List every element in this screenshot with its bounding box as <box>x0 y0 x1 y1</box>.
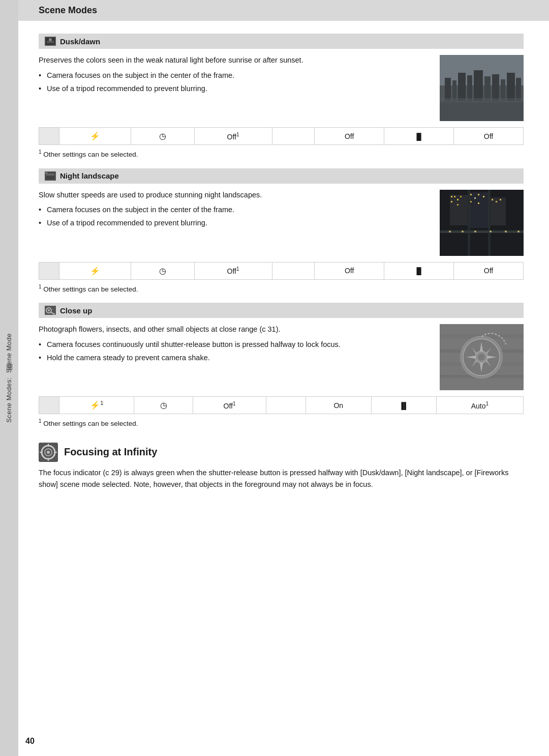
night-drive-val: Off <box>454 262 524 279</box>
svg-rect-25 <box>491 197 506 225</box>
page-header: Scene Modes <box>18 0 549 21</box>
closeup-exposure-val: Off1 <box>193 397 266 414</box>
focus-infinity-title: Focusing at Infinity <box>64 446 157 458</box>
section-header-night: Night landscape <box>39 168 524 184</box>
svg-rect-28 <box>457 199 459 200</box>
section-night-landscape: Night landscape Slow shutter speeds are … <box>39 168 524 293</box>
night-spacer <box>272 262 315 279</box>
svg-rect-23 <box>450 195 468 225</box>
svg-rect-43 <box>488 190 491 256</box>
svg-rect-30 <box>451 201 452 202</box>
closeup-image <box>440 324 524 390</box>
dusk-spacer <box>272 128 315 145</box>
section-text-night: Slow shutter speeds are used to produce … <box>39 190 430 256</box>
section-header-closeup: Close up <box>39 303 524 318</box>
closeup-icon <box>45 306 56 315</box>
svg-point-46 <box>474 230 476 232</box>
dusk-image-svg <box>440 55 524 121</box>
svg-rect-14 <box>507 73 515 101</box>
section-dusk-dawn: Dusk/dawn Preserves the colors seen in t… <box>39 34 524 158</box>
svg-rect-32 <box>470 194 472 195</box>
side-tab-label: Scene Modes: 圆 Scene Mode <box>5 333 14 423</box>
closeup-description: Photograph flowers, insects, and other s… <box>39 324 430 335</box>
night-col-empty <box>39 262 59 279</box>
svg-point-45 <box>462 230 464 232</box>
section-title-dusk: Dusk/dawn <box>60 37 100 46</box>
section-title-closeup: Close up <box>60 306 92 315</box>
svg-point-3 <box>49 38 52 41</box>
svg-rect-36 <box>470 201 472 202</box>
svg-rect-39 <box>496 201 497 202</box>
closeup-focus-val: On <box>306 397 371 414</box>
svg-rect-33 <box>474 197 476 199</box>
dusk-footnote: 1 Other settings can be selected. <box>39 149 524 158</box>
dusk-col-empty <box>39 128 59 145</box>
closeup-footnote: 1 Other settings can be selected. <box>39 418 524 427</box>
svg-rect-24 <box>469 192 490 228</box>
dusk-bullet-1: Camera focuses on the subject in the cen… <box>39 70 430 81</box>
night-ed-icon: ▐▌ <box>384 262 454 279</box>
svg-rect-20 <box>46 173 54 176</box>
svg-rect-41 <box>440 230 524 233</box>
night-timer-icon: ◷ <box>131 262 194 279</box>
focus-infinity-header: Focusing at Infinity <box>39 443 524 462</box>
closeup-timer-icon: ◷ <box>134 397 193 414</box>
svg-rect-37 <box>478 202 479 204</box>
dusk-settings-table: ⚡ ◷ Off1 Off ▐▌ Off <box>39 127 524 145</box>
svg-rect-9 <box>467 75 472 101</box>
section-text-closeup: Photograph flowers, insects, and other s… <box>39 324 430 390</box>
focus-infinity-section: Focusing at Infinity The focus indicator… <box>39 443 524 490</box>
closeup-drive-val: Auto1 <box>436 397 523 414</box>
svg-rect-11 <box>484 76 491 101</box>
svg-rect-7 <box>452 80 456 101</box>
dusk-focus-val: Off <box>315 128 384 145</box>
svg-rect-21 <box>45 172 47 174</box>
svg-rect-12 <box>492 74 499 101</box>
section-content-night: Slow shutter speeds are used to produce … <box>39 190 524 256</box>
night-image-svg <box>440 190 524 256</box>
dusk-exposure-val: Off1 <box>194 128 272 145</box>
svg-rect-40 <box>500 199 501 200</box>
closeup-bullet-1: Camera focuses continuously until shutte… <box>39 339 430 351</box>
closeup-col-empty <box>39 397 59 414</box>
section-content-closeup: Photograph flowers, insects, and other s… <box>39 324 524 390</box>
dusk-description: Preserves the colors seen in the weak na… <box>39 55 430 66</box>
svg-rect-26 <box>451 196 452 197</box>
svg-rect-8 <box>458 73 466 101</box>
svg-rect-15 <box>516 78 521 101</box>
night-bullet-2: Use of a tripod recommended to prevent b… <box>39 218 430 229</box>
page-number: 40 <box>25 737 35 746</box>
svg-rect-29 <box>460 196 462 197</box>
dusk-bullets: Camera focuses on the subject in the cen… <box>39 70 430 95</box>
svg-rect-16 <box>440 101 524 121</box>
night-footnote: 1 Other settings can be selected. <box>39 284 524 293</box>
night-description: Slow shutter speeds are used to produce … <box>39 190 430 201</box>
section-closeup: Close up Photograph flowers, insects, an… <box>39 303 524 427</box>
svg-rect-6 <box>445 78 451 101</box>
svg-point-44 <box>449 230 451 232</box>
svg-point-49 <box>517 230 520 232</box>
section-content-dusk: Preserves the colors seen in the weak na… <box>39 55 524 121</box>
svg-point-48 <box>505 230 507 232</box>
svg-rect-13 <box>501 79 505 101</box>
focusing-infinity-icon <box>39 443 58 462</box>
svg-rect-10 <box>474 70 483 101</box>
svg-point-47 <box>490 230 492 232</box>
dusk-image <box>440 55 524 121</box>
page-title: Scene Modes <box>39 5 524 16</box>
section-header-dusk: Dusk/dawn <box>39 34 524 49</box>
closeup-bullet-2: Hold the camera steady to prevent camera… <box>39 353 430 364</box>
night-landscape-icon <box>45 171 56 181</box>
night-flash-icon: ⚡ <box>59 262 131 279</box>
svg-rect-42 <box>468 190 470 256</box>
closeup-ed-icon: ▐▌ <box>371 397 436 414</box>
dusk-drive-val: Off <box>454 128 524 145</box>
closeup-image-svg <box>440 324 524 390</box>
svg-point-52 <box>48 309 50 311</box>
svg-rect-34 <box>478 194 479 195</box>
focus-infinity-text: The focus indicator (c 29) is always gre… <box>39 467 524 490</box>
night-focus-val: Off <box>315 262 384 279</box>
dusk-flash-icon: ⚡ <box>59 128 131 145</box>
svg-rect-17 <box>440 98 524 102</box>
section-title-night: Night landscape <box>60 171 119 180</box>
